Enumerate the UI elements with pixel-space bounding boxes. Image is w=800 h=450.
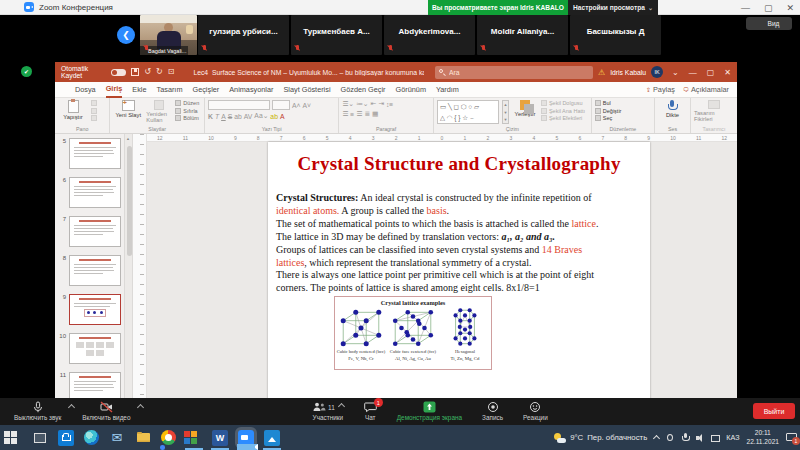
view-settings-dropdown[interactable]: Настройки просмотра⌄ bbox=[568, 0, 658, 15]
strikethrough-button[interactable]: S bbox=[228, 113, 233, 120]
record-button[interactable]: Запись bbox=[482, 401, 503, 421]
account-name[interactable]: Idris Kabalu bbox=[610, 69, 646, 76]
participant-tile[interactable]: Басшыкызы Д bbox=[570, 15, 661, 55]
chevron-up-icon[interactable] bbox=[137, 403, 144, 410]
new-slide-button[interactable]: Yeni Slayt bbox=[113, 100, 143, 118]
taskbar-media-grid-icon[interactable] bbox=[186, 430, 202, 446]
shapes-gallery[interactable]: ▭ ╲ ◻ ⬡ ○ ▱△ ◠ { } ☆ ⌣ bbox=[437, 100, 499, 124]
shadow-button[interactable]: ab bbox=[234, 113, 242, 120]
keyboard-language[interactable]: КАЗ bbox=[726, 433, 739, 442]
shape-fill-button[interactable]: Şekil Dolgusu bbox=[541, 100, 585, 106]
tab-dosya[interactable]: Dosya bbox=[75, 82, 96, 98]
taskbar-zoom-app-icon[interactable] bbox=[238, 430, 254, 446]
collapse-videos-button[interactable]: ❮ bbox=[117, 26, 135, 44]
section-button[interactable]: Bölüm bbox=[175, 115, 199, 121]
chat-button[interactable]: 1 Чат bbox=[364, 401, 377, 421]
tab-yardim[interactable]: Yardım bbox=[436, 82, 459, 98]
leave-button[interactable]: Выйти bbox=[753, 403, 795, 419]
taskbar-mail-icon[interactable]: ✉ bbox=[109, 430, 125, 446]
italic-button[interactable]: T bbox=[215, 113, 219, 120]
show-hidden-icons-chevron[interactable] bbox=[653, 435, 660, 442]
char-spacing-icon[interactable]: AV bbox=[244, 113, 253, 120]
tray-battery-icon[interactable] bbox=[711, 433, 719, 442]
shape-effects-button[interactable]: Şekil Efektleri bbox=[541, 115, 585, 121]
columns-icon[interactable]: ▦ bbox=[372, 110, 378, 118]
maximize-icon[interactable]: ▢ bbox=[707, 68, 715, 77]
taskbar-explorer-icon[interactable] bbox=[135, 430, 151, 446]
bullets-icon[interactable]: ☰⌄ bbox=[342, 100, 354, 108]
copy-icon[interactable] bbox=[91, 108, 97, 114]
weather-widget[interactable]: 9°C Пер. облачность bbox=[554, 433, 647, 443]
taskbar-edge-icon[interactable] bbox=[84, 430, 99, 445]
slideshow-icon[interactable]: ⊡ bbox=[168, 68, 175, 76]
font-size-select[interactable] bbox=[272, 100, 290, 110]
chevron-up-icon[interactable] bbox=[68, 403, 75, 410]
search-input[interactable] bbox=[435, 66, 593, 79]
save-icon[interactable] bbox=[131, 68, 139, 76]
share-screen-button[interactable]: Демонстрация экрана bbox=[397, 401, 462, 421]
highlight-color-icon[interactable]: ab bbox=[270, 113, 278, 120]
arrange-button[interactable]: Yerleştir bbox=[512, 100, 538, 117]
warning-icon[interactable]: ⚠ bbox=[598, 68, 605, 77]
tab-slayt-gosterisi[interactable]: Slayt Gösterisi bbox=[283, 82, 330, 98]
reuse-slides-button[interactable]: Yeniden Kullan bbox=[146, 100, 172, 123]
select-button[interactable]: Seç bbox=[595, 115, 622, 121]
slide-thumbnail-7[interactable] bbox=[69, 216, 121, 247]
format-painter-icon[interactable] bbox=[91, 115, 97, 121]
tab-animasyonlar[interactable]: Animasyonlar bbox=[229, 82, 273, 98]
clock[interactable]: 20:11 22.11.2021 bbox=[746, 429, 779, 447]
font-color-icon[interactable]: A bbox=[280, 113, 285, 120]
taskbar-chrome-icon[interactable] bbox=[161, 430, 176, 445]
slide-thumbnail-9[interactable] bbox=[69, 294, 121, 325]
slide-thumbnail-5[interactable] bbox=[69, 138, 121, 169]
share-button[interactable]: ⇪Paylaş bbox=[646, 85, 675, 94]
participant-tile[interactable]: Туркменбаев А... bbox=[291, 15, 382, 55]
layout-button[interactable]: Düzen bbox=[175, 100, 199, 106]
participant-tile[interactable]: гулзира урбиси... bbox=[198, 15, 289, 55]
outdent-icon[interactable]: ⇤ bbox=[371, 100, 377, 108]
dictate-button[interactable]: Dikte bbox=[658, 100, 687, 118]
security-shield-icon[interactable]: ✔ bbox=[21, 66, 32, 77]
font-name-select[interactable] bbox=[208, 100, 270, 110]
taskbar-photos-icon[interactable] bbox=[264, 430, 280, 446]
change-case-icon[interactable]: Aa⌄ bbox=[254, 112, 268, 120]
participants-button[interactable]: 11 Участники bbox=[312, 401, 344, 421]
underline-button[interactable]: A bbox=[221, 113, 226, 120]
align-left-icon[interactable]: ☰ bbox=[342, 110, 348, 118]
undo-icon[interactable]: ↺ bbox=[144, 68, 151, 76]
maximize-icon[interactable]: ▢ bbox=[764, 3, 773, 13]
start-video-button[interactable]: Включить видео bbox=[82, 401, 130, 421]
slide-thumbnail-8[interactable] bbox=[69, 255, 121, 286]
reset-button[interactable]: Sıfırla bbox=[175, 108, 199, 114]
tray-speaker-icon[interactable] bbox=[696, 433, 704, 442]
tray-status-icon[interactable] bbox=[666, 433, 674, 442]
shape-outline-button[interactable]: Şekil Ana Hattı bbox=[541, 108, 585, 114]
align-center-icon[interactable]: ≡ bbox=[350, 111, 354, 118]
thumbnail-scrollbar[interactable] bbox=[125, 134, 133, 398]
cut-icon[interactable] bbox=[91, 100, 97, 106]
slide-thumbnail-6[interactable] bbox=[69, 177, 121, 208]
paste-button[interactable]: Yapıştır bbox=[58, 100, 88, 120]
participant-tile[interactable]: Moldir Allaniya... bbox=[477, 15, 568, 55]
comments-button[interactable]: 🗨Açıklamalar bbox=[683, 85, 729, 94]
replace-button[interactable]: Değiştir bbox=[595, 108, 622, 114]
tray-microphone-icon[interactable] bbox=[681, 433, 689, 442]
tab-giris[interactable]: Giriş bbox=[106, 82, 123, 98]
numbering-icon[interactable]: ≔⌄ bbox=[356, 100, 369, 108]
tab-ekle[interactable]: Ekle bbox=[132, 82, 146, 98]
indent-icon[interactable]: ⇥ bbox=[378, 100, 384, 108]
view-layout-button[interactable]: Вид bbox=[746, 17, 792, 30]
slide-canvas[interactable]: Crystal Structure and Crystallography Cr… bbox=[268, 142, 650, 398]
ribbon-options-icon[interactable]: ⌄ bbox=[672, 68, 679, 77]
design-ideas-button[interactable]: Tasarım Fikirleri bbox=[694, 100, 734, 122]
find-button[interactable]: Bul bbox=[595, 100, 622, 106]
participant-tile[interactable]: Abdykerimova... bbox=[384, 15, 475, 55]
slide-thumbnail-10[interactable] bbox=[69, 333, 121, 364]
align-right-icon[interactable]: ☰ bbox=[356, 110, 362, 118]
action-center-icon[interactable]: 1 bbox=[786, 433, 797, 443]
taskbar-start-icon[interactable] bbox=[6, 430, 22, 446]
grow-font-icon[interactable]: A˄ bbox=[292, 102, 301, 109]
tab-gozden-gecir[interactable]: Gözden Geçir bbox=[341, 82, 386, 98]
tab-gecisler[interactable]: Geçişler bbox=[192, 82, 219, 98]
tab-tasarim[interactable]: Tasarım bbox=[157, 82, 183, 98]
